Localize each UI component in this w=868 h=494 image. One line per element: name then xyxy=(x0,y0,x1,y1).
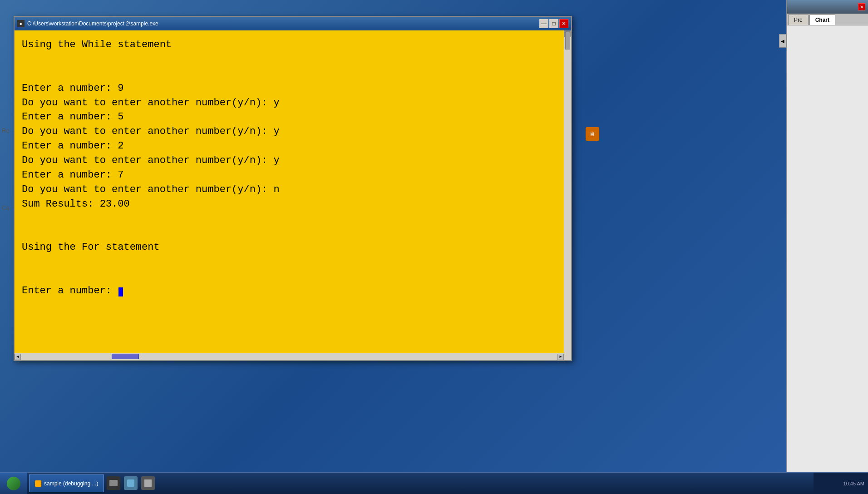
chart-tab[interactable]: Chart xyxy=(809,15,835,25)
right-panel-tabs: Pro Chart xyxy=(787,14,868,25)
app-icon xyxy=(144,479,152,487)
desktop-icon-1: 🖥 xyxy=(586,127,599,141)
taskbar-items: sample (debugging ...) xyxy=(27,473,814,494)
start-button[interactable] xyxy=(0,473,27,494)
taskbar-icon-3[interactable] xyxy=(141,476,155,490)
console-scrollbar-horizontal[interactable]: ◄ ► xyxy=(15,353,564,360)
console-window: ■ C:\Users\workstation\Documents\project… xyxy=(14,16,572,361)
cursor xyxy=(118,287,123,296)
taskbar-item-icon xyxy=(35,480,41,487)
right-panel-content xyxy=(787,25,868,472)
monitor-icon xyxy=(109,480,118,486)
scrollbar-thumb-v[interactable] xyxy=(565,31,570,49)
console-icon: ■ xyxy=(17,20,25,27)
pro-tab[interactable]: Pro xyxy=(788,15,809,25)
console-scrollbar-vertical[interactable]: ▲ ▼ xyxy=(564,30,571,360)
scroll-left-arrow[interactable]: ◄ xyxy=(15,354,21,360)
scrollbar-corner xyxy=(564,353,571,360)
start-orb[interactable] xyxy=(7,477,20,490)
console-titlebar: ■ C:\Users\workstation\Documents\project… xyxy=(15,17,571,30)
partial-ca-text: Ca xyxy=(2,204,10,211)
clock: 10:45 AM xyxy=(843,481,864,486)
scrollbar-thumb-h[interactable] xyxy=(112,354,139,359)
scrollbar-track-h xyxy=(21,353,557,360)
right-panel: ✕ Pro Chart xyxy=(786,0,868,472)
console-minimize-button[interactable]: — xyxy=(539,19,548,28)
console-body[interactable]: Using the While statement Enter a number… xyxy=(15,30,571,360)
taskbar-icon-1[interactable] xyxy=(107,476,120,490)
taskbar: sample (debugging ...) 10:45 AM xyxy=(0,472,868,494)
console-controls: — □ ✕ xyxy=(539,19,568,28)
right-panel-close-button[interactable]: ✕ xyxy=(858,3,865,10)
console-title: C:\Users\workstation\Documents\project 2… xyxy=(27,20,537,27)
system-tray: 10:45 AM xyxy=(814,473,868,494)
partial-re-text: Re xyxy=(2,127,10,134)
console-close-button[interactable]: ✕ xyxy=(559,19,568,28)
taskbar-icon-2[interactable] xyxy=(124,476,138,490)
scroll-right-arrow[interactable]: ► xyxy=(557,354,564,360)
right-panel-titlebar: ✕ xyxy=(787,0,868,14)
console-maximize-button[interactable]: □ xyxy=(549,19,558,28)
taskbar-item-label: sample (debugging ...) xyxy=(44,480,98,487)
console-output: Using the While statement Enter a number… xyxy=(15,30,571,306)
taskbar-item-lazarus[interactable]: sample (debugging ...) xyxy=(29,474,104,492)
right-panel-collapse-button[interactable]: ◀ xyxy=(779,34,786,48)
folder-icon xyxy=(127,479,134,487)
desktop-icon-area: 🖥 xyxy=(586,127,599,141)
